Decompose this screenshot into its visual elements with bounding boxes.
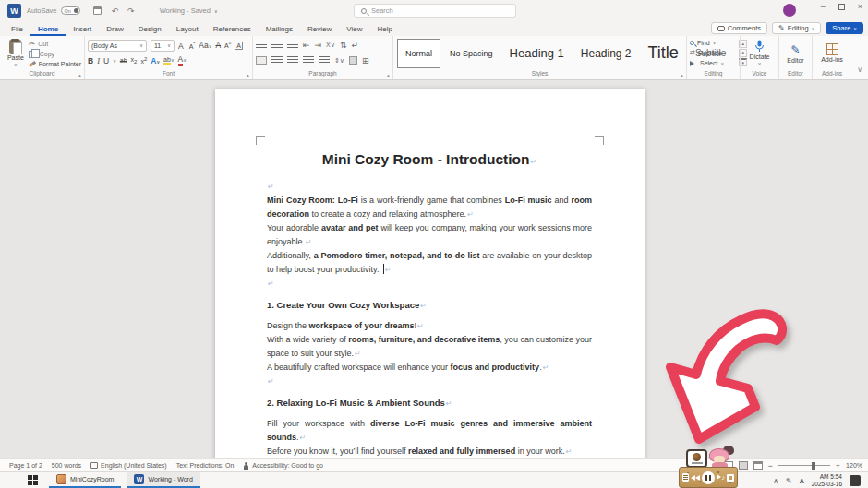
tab-view[interactable]: View xyxy=(339,23,369,36)
strikethrough-button[interactable]: ab xyxy=(120,57,127,64)
doc-paragraph[interactable]: A beautifully crafted workspace will enh… xyxy=(267,361,592,375)
tab-insert[interactable]: Insert xyxy=(66,23,99,36)
text-predictions[interactable]: Text Predictions: On xyxy=(176,462,235,469)
title-dropdown-icon[interactable]: ∨ xyxy=(214,8,218,14)
doc-paragraph[interactable]: Design the workspace of your dreams!↵ xyxy=(267,319,592,333)
distribute-icon[interactable] xyxy=(319,56,330,65)
proofing-status[interactable]: English (United States) xyxy=(90,462,167,469)
show-formatting-marks-icon[interactable]: ↵ xyxy=(351,41,358,50)
bold-button[interactable]: B xyxy=(88,56,93,65)
align-left-icon[interactable] xyxy=(256,56,267,65)
share-button[interactable]: Share ∨ xyxy=(826,22,863,34)
tab-draw[interactable]: Draw xyxy=(99,23,131,36)
doc-title[interactable]: Mini Cozy Room - Introduction↵ xyxy=(267,150,592,172)
enclose-characters-button[interactable]: A xyxy=(235,42,243,50)
justify-icon[interactable] xyxy=(303,56,314,65)
style-normal[interactable]: Normal xyxy=(397,39,440,68)
numbering-icon[interactable] xyxy=(271,42,283,50)
pause-button[interactable] xyxy=(702,471,715,484)
minimize-button[interactable]: – xyxy=(821,2,826,11)
dictate-button[interactable]: Dictate ∨ xyxy=(743,38,776,68)
style-heading-2[interactable]: Heading 2 xyxy=(573,39,639,68)
line-spacing-icon[interactable]: ⇕∨ xyxy=(334,57,344,65)
doc-empty-paragraph[interactable]: ↵ xyxy=(267,375,592,388)
ime-indicator[interactable]: A xyxy=(800,478,804,484)
underline-button[interactable]: U xyxy=(103,56,109,65)
next-track-icon[interactable]: ♪ xyxy=(717,474,726,481)
accessibility-status[interactable]: Accessibility: Good to go xyxy=(243,462,323,470)
widget-menu-icon[interactable] xyxy=(682,473,689,482)
tab-references[interactable]: References xyxy=(206,23,259,36)
tab-file[interactable]: File xyxy=(4,23,30,36)
undo-icon[interactable]: ↶ xyxy=(112,6,119,16)
doc-paragraph[interactable]: Additionally, a Pomodoro timer, notepad,… xyxy=(267,249,592,277)
tab-mailings[interactable]: Mailings xyxy=(259,23,300,36)
editing-mode-button[interactable]: ✎ Editing ∨ xyxy=(772,22,821,34)
tab-design[interactable]: Design xyxy=(131,23,169,36)
paste-button[interactable]: Paste ∨ xyxy=(3,38,29,68)
save-icon[interactable] xyxy=(93,6,102,15)
notification-center-icon[interactable] xyxy=(850,475,861,486)
document-title-label[interactable]: Working - Saved xyxy=(160,6,211,15)
clear-formatting-button[interactable]: A xyxy=(215,41,221,50)
zoom-slider[interactable] xyxy=(778,465,830,466)
increase-indent-icon[interactable]: ⇥ xyxy=(315,41,322,50)
underline-dropdown-icon[interactable]: ∨ xyxy=(113,58,116,64)
align-right-icon[interactable] xyxy=(287,56,298,65)
tab-review[interactable]: Review xyxy=(300,23,339,36)
change-case-button[interactable]: Aa∨ xyxy=(199,41,211,50)
tray-clock[interactable]: AM 5:54 2025-03-16 xyxy=(812,473,842,488)
word-logo-icon[interactable]: W xyxy=(7,4,21,18)
document-page[interactable]: Mini Cozy Room - Introduction↵ ↵Mini Coz… xyxy=(215,89,645,458)
font-name-select[interactable]: (Body As∨ xyxy=(88,40,147,52)
italic-button[interactable]: I xyxy=(97,56,100,65)
editor-button[interactable]: ✎ Editor xyxy=(782,38,809,68)
bullets-icon[interactable] xyxy=(256,42,267,50)
comments-button[interactable]: Comments xyxy=(711,22,767,34)
phonetic-guide-button[interactable]: Aʺ xyxy=(224,42,231,49)
borders-icon[interactable]: ⊞ xyxy=(362,56,369,65)
font-color-button[interactable]: A∨ xyxy=(178,54,187,66)
doc-paragraph[interactable]: Mini Cozy Room: Lo-Fi is a work-friendly… xyxy=(267,194,592,221)
start-button-icon[interactable] xyxy=(28,475,38,485)
replace-button[interactable]: ⇄Replace xyxy=(690,49,737,56)
doc-heading[interactable]: 2. Relaxing Lo-Fi Music & Ambient Sounds… xyxy=(267,396,592,411)
doc-paragraph[interactable]: Your adorable avatar and pet will keep y… xyxy=(267,221,592,249)
page-indicator[interactable]: Page 1 of 2 xyxy=(9,462,42,469)
superscript-button[interactable]: x2 xyxy=(140,56,147,65)
autosave-toggle[interactable]: On xyxy=(61,6,80,15)
multilevel-list-icon[interactable] xyxy=(287,42,298,50)
tab-help[interactable]: Help xyxy=(369,23,399,36)
account-avatar[interactable] xyxy=(783,4,796,17)
widget-timer-icon[interactable] xyxy=(727,474,734,482)
doc-paragraph[interactable]: Fill your workspace with diverse Lo-Fi m… xyxy=(267,417,592,445)
font-size-select[interactable]: 11∨ xyxy=(151,40,175,52)
collapse-ribbon-icon[interactable]: ∨ xyxy=(857,65,862,74)
print-layout-icon[interactable] xyxy=(739,461,748,470)
taskbar-app-word[interactable]: W Working - Word xyxy=(127,472,199,488)
shading-icon[interactable] xyxy=(349,56,357,65)
tab-home[interactable]: Home xyxy=(30,23,66,36)
previous-track-icon[interactable] xyxy=(691,475,700,481)
align-center-icon[interactable] xyxy=(271,56,283,65)
format-painter-button[interactable]: Format Painter xyxy=(29,61,81,67)
style-heading-1[interactable]: Heading 1 xyxy=(502,39,572,68)
doc-paragraph[interactable]: With a wide variety of rooms, furniture,… xyxy=(267,333,592,361)
asian-layout-icon[interactable]: X∨ xyxy=(326,42,335,49)
redo-icon[interactable]: ↷ xyxy=(127,6,135,16)
style-no-spacing[interactable]: No Spacing xyxy=(442,39,500,68)
decrease-indent-icon[interactable]: ⇤ xyxy=(303,41,310,50)
find-button[interactable]: Find∨ xyxy=(690,40,737,46)
select-button[interactable]: Select∨ xyxy=(690,60,737,66)
zoom-out-icon[interactable]: − xyxy=(768,461,773,470)
copy-button[interactable]: Copy xyxy=(29,51,81,58)
search-input[interactable]: Search xyxy=(354,4,516,18)
grow-font-button[interactable]: Aˆ xyxy=(178,41,186,51)
zoom-in-icon[interactable]: + xyxy=(836,461,840,470)
subscript-button[interactable]: x2 xyxy=(131,56,138,65)
zoom-level[interactable]: 120% xyxy=(846,462,862,469)
tray-pen-icon[interactable]: ✎ xyxy=(786,477,792,485)
sort-icon[interactable]: ⇅ xyxy=(340,41,347,50)
close-button[interactable]: × xyxy=(858,2,862,11)
shrink-font-button[interactable]: Aˇ xyxy=(189,42,196,50)
